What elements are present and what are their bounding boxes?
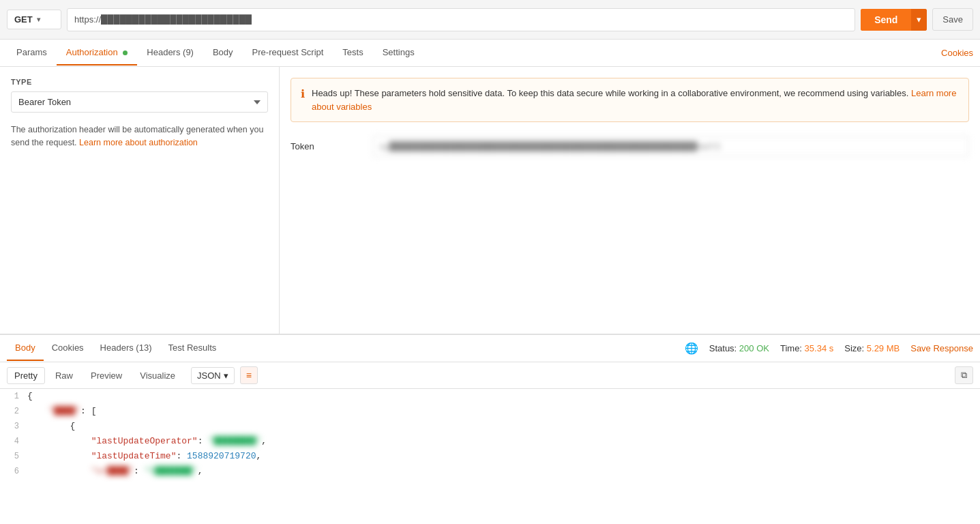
method-select[interactable]: GET ▾ xyxy=(7,10,61,29)
tab-authorization[interactable]: Authorization xyxy=(57,40,138,66)
time-value: 35.34 s xyxy=(805,343,834,353)
auth-type-select[interactable]: Bearer Token No Auth API Key OAuth 2.0 xyxy=(11,91,268,113)
auth-left-panel: TYPE Bearer Token No Auth API Key OAuth … xyxy=(0,67,280,334)
token-label: Token xyxy=(291,141,372,151)
chevron-down-icon: ▾ xyxy=(37,16,40,23)
code-line-3: 3 { xyxy=(0,419,980,434)
tab-prerequest[interactable]: Pre-request Script xyxy=(243,40,333,66)
line-number: 6 xyxy=(0,464,27,479)
code-content: "or████": "5███████", xyxy=(27,464,980,479)
auth-description: The authorization header will be automat… xyxy=(11,123,268,149)
tab-params[interactable]: Params xyxy=(7,40,57,66)
status-label: Status: 200 OK xyxy=(709,343,769,353)
tab-body[interactable]: Body xyxy=(203,40,243,66)
raw-button[interactable]: Raw xyxy=(48,367,80,384)
send-button[interactable]: Send xyxy=(861,9,911,31)
copy-icon: ⧉ xyxy=(961,370,967,380)
pretty-button[interactable]: Pretty xyxy=(7,367,45,384)
size-value: 5.29 MB xyxy=(867,343,900,353)
token-input[interactable] xyxy=(372,136,969,157)
code-area: 1 { 2 "████": [ 3 { 4 "lastUpdateOperato… xyxy=(0,389,980,524)
line-number: 3 xyxy=(0,419,27,434)
type-label: TYPE xyxy=(11,78,268,86)
globe-icon: 🌐 xyxy=(685,342,698,355)
resp-tab-cookies[interactable]: Cookies xyxy=(44,336,92,361)
resp-tab-body[interactable]: Body xyxy=(7,336,44,361)
url-bar: GET ▾ Send ▾ Save xyxy=(0,0,980,40)
code-line-4: 4 "lastUpdateOperator": "████████", xyxy=(0,434,980,449)
line-number: 1 xyxy=(0,389,27,404)
code-line-5: 5 "lastUpdateTime": 1588920719720, xyxy=(0,449,980,464)
active-indicator-dot xyxy=(123,50,128,55)
auth-right-panel: ℹ Heads up! These parameters hold sensit… xyxy=(280,67,980,334)
code-content: { xyxy=(27,419,980,434)
warning-box: ℹ Heads up! These parameters hold sensit… xyxy=(291,78,969,122)
copy-area: ⧉ xyxy=(955,366,973,384)
learn-more-link[interactable]: Learn more about authorization xyxy=(79,138,198,147)
response-tab-bar: Body Cookies Headers (13) Test Results 🌐… xyxy=(0,335,980,362)
send-dropdown-button[interactable]: ▾ xyxy=(911,9,927,31)
code-line-2: 2 "████": [ xyxy=(0,404,980,419)
code-content: "lastUpdateOperator": "████████", xyxy=(27,434,980,449)
status-value: 200 OK xyxy=(739,343,769,353)
request-tab-bar: Params Authorization Headers (9) Body Pr… xyxy=(0,40,980,67)
wrap-button[interactable]: ≡ xyxy=(240,366,258,384)
tab-tests[interactable]: Tests xyxy=(333,40,372,66)
token-row: Token xyxy=(291,136,969,157)
code-content: "████": [ xyxy=(27,404,980,419)
line-number: 4 xyxy=(0,434,27,449)
line-number: 2 xyxy=(0,404,27,419)
code-content: "lastUpdateTime": 1588920719720, xyxy=(27,449,980,464)
chevron-down-icon: ▾ xyxy=(224,370,228,381)
warning-text: Heads up! These parameters hold sensitiv… xyxy=(312,87,959,113)
preview-button[interactable]: Preview xyxy=(83,367,130,384)
response-status-area: 🌐 Status: 200 OK Time: 35.34 s Size: 5.2… xyxy=(685,342,973,355)
format-label: JSON xyxy=(197,370,221,381)
code-content: { xyxy=(27,389,980,404)
code-line-6: 6 "or████": "5███████", xyxy=(0,464,980,479)
code-line-1: 1 { xyxy=(0,389,980,404)
resp-tab-testresults[interactable]: Test Results xyxy=(160,336,224,361)
time-label: Time: 35.34 s xyxy=(780,343,833,353)
save-response-button[interactable]: Save Response xyxy=(910,343,973,353)
response-area: Body Cookies Headers (13) Test Results 🌐… xyxy=(0,334,980,524)
chevron-down-icon: ▾ xyxy=(917,14,921,25)
line-number: 5 xyxy=(0,449,27,464)
main-content: TYPE Bearer Token No Auth API Key OAuth … xyxy=(0,67,980,334)
method-label: GET xyxy=(14,14,33,25)
resp-tab-headers[interactable]: Headers (13) xyxy=(92,336,160,361)
tab-headers[interactable]: Headers (9) xyxy=(137,40,203,66)
format-select[interactable]: JSON ▾ xyxy=(191,367,235,384)
format-toolbar: Pretty Raw Preview Visualize JSON ▾ ≡ ⧉ xyxy=(0,362,980,389)
tab-settings[interactable]: Settings xyxy=(373,40,424,66)
copy-button[interactable]: ⧉ xyxy=(955,366,973,384)
visualize-button[interactable]: Visualize xyxy=(132,367,183,384)
save-button[interactable]: Save xyxy=(932,8,973,31)
size-label: Size: 5.29 MB xyxy=(844,343,900,353)
url-input[interactable] xyxy=(67,8,855,31)
send-button-group: Send ▾ xyxy=(861,9,927,31)
warning-icon: ℹ xyxy=(301,87,305,100)
tab-cookies[interactable]: Cookies xyxy=(941,48,973,58)
